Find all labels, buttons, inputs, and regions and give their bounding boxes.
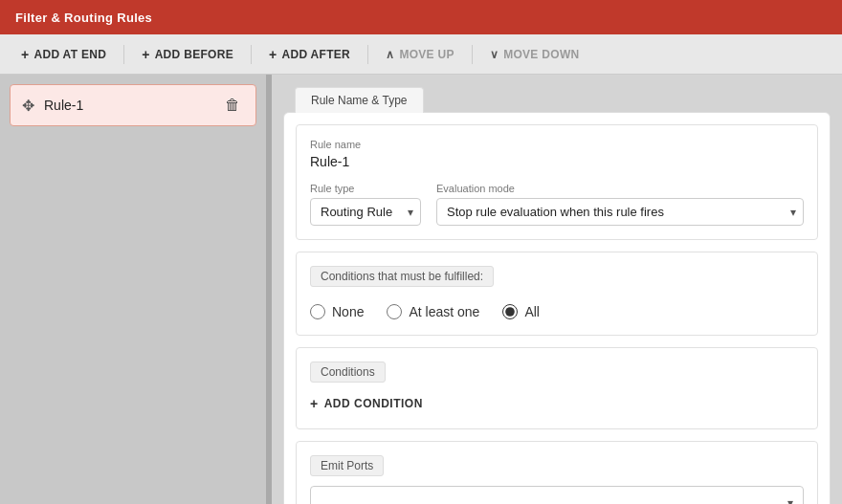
emit-ports-label: Emit Ports — [310, 455, 384, 476]
plus-icon-3: + — [269, 47, 277, 62]
main-card: Rule name Rule-1 Rule type Routing Rule … — [283, 112, 831, 504]
move-down-label: MOVE DOWN — [503, 48, 579, 61]
radio-all-input[interactable] — [502, 304, 518, 319]
add-before-label: ADD BEFORE — [155, 48, 233, 61]
conditions-label: Conditions — [310, 362, 386, 383]
emit-ports-section: Emit Ports ▾ — [296, 441, 818, 504]
conditions-fulfilled-bar: Conditions that must be fulfilled: — [310, 266, 804, 287]
right-panel: Rule Name & Type Rule name Rule-1 Rule t… — [272, 75, 842, 504]
rule-type-row: Rule type Routing Rule Evaluation mode S… — [310, 183, 804, 226]
add-at-end-label: ADD AT END — [33, 48, 106, 61]
add-condition-label: ADD CONDITION — [324, 397, 423, 410]
add-after-button[interactable]: + ADD AFTER — [259, 42, 360, 67]
rule-name-value: Rule-1 — [310, 154, 804, 169]
toolbar-divider-4 — [472, 45, 473, 64]
rule-type-group: Rule type Routing Rule — [310, 183, 421, 226]
rule-name-type-section: Rule name Rule-1 Rule type Routing Rule … — [296, 124, 818, 240]
plus-icon-condition: + — [310, 396, 319, 411]
add-before-button[interactable]: + ADD BEFORE — [132, 42, 243, 67]
move-icon: ✥ — [22, 97, 34, 115]
radio-none-option[interactable]: None — [310, 304, 364, 319]
move-down-button[interactable]: ∨ MOVE DOWN — [480, 43, 589, 66]
rule-name-type-tab[interactable]: Rule Name & Type — [295, 87, 424, 113]
up-arrow-icon: ∧ — [386, 48, 394, 61]
radio-all-label: All — [524, 304, 540, 319]
radio-group: None At least one All — [310, 296, 804, 321]
conditions-fulfilled-label: Conditions that must be fulfilled: — [310, 266, 494, 287]
add-after-label: ADD AFTER — [281, 48, 350, 61]
move-up-button[interactable]: ∧ MOVE UP — [376, 43, 464, 66]
rule-type-label: Rule type — [310, 183, 421, 194]
conditions-fulfilled-section: Conditions that must be fulfilled: None … — [296, 252, 818, 336]
evaluation-mode-select[interactable]: Stop rule evaluation when this rule fire… — [436, 198, 804, 226]
app-title: Filter & Routing Rules — [15, 11, 152, 25]
emit-ports-dropdown[interactable]: ▾ — [310, 486, 804, 504]
radio-atleastone-input[interactable] — [387, 304, 402, 319]
evaluation-mode-group: Evaluation mode Stop rule evaluation whe… — [436, 183, 804, 226]
plus-icon-2: + — [142, 47, 149, 62]
rule-item[interactable]: ✥ Rule-1 🗑 — [10, 84, 256, 126]
evaluation-mode-label: Evaluation mode — [436, 183, 804, 194]
main-content: ✥ Rule-1 🗑 Rule Name & Type Rule name Ru… — [0, 75, 842, 504]
add-condition-button[interactable]: + ADD CONDITION — [310, 392, 423, 415]
plus-icon: + — [21, 47, 29, 62]
conditions-section: Conditions + ADD CONDITION — [296, 347, 818, 429]
toolbar-divider-1 — [123, 45, 124, 64]
rule-name-label: Rule name — [310, 139, 804, 150]
delete-rule-button[interactable]: 🗑 — [221, 95, 244, 116]
toolbar-divider-3 — [367, 45, 368, 64]
move-up-label: MOVE UP — [399, 48, 454, 61]
toolbar-divider-2 — [251, 45, 252, 64]
toolbar: + ADD AT END + ADD BEFORE + ADD AFTER ∧ … — [0, 34, 842, 75]
radio-none-label: None — [332, 304, 364, 319]
sidebar: ✥ Rule-1 🗑 — [0, 75, 266, 504]
radio-atleastone-option[interactable]: At least one — [387, 304, 479, 319]
add-at-end-button[interactable]: + ADD AT END — [11, 42, 116, 67]
radio-all-option[interactable]: All — [502, 304, 540, 319]
dropdown-arrow-icon: ▾ — [787, 496, 793, 504]
header-bar: Filter & Routing Rules — [0, 0, 842, 34]
radio-none-input[interactable] — [310, 304, 325, 319]
trash-icon: 🗑 — [225, 97, 240, 113]
rule-type-select-wrapper[interactable]: Routing Rule — [310, 198, 421, 226]
tab-label: Rule Name & Type — [311, 94, 408, 107]
radio-atleastone-label: At least one — [409, 304, 479, 319]
rule-name: Rule-1 — [44, 98, 211, 113]
emit-ports-bar: Emit Ports — [310, 455, 804, 476]
conditions-bar: Conditions — [310, 362, 804, 383]
rule-type-select[interactable]: Routing Rule — [310, 198, 421, 226]
evaluation-mode-select-wrapper[interactable]: Stop rule evaluation when this rule fire… — [436, 198, 804, 226]
down-arrow-icon: ∨ — [490, 48, 499, 61]
